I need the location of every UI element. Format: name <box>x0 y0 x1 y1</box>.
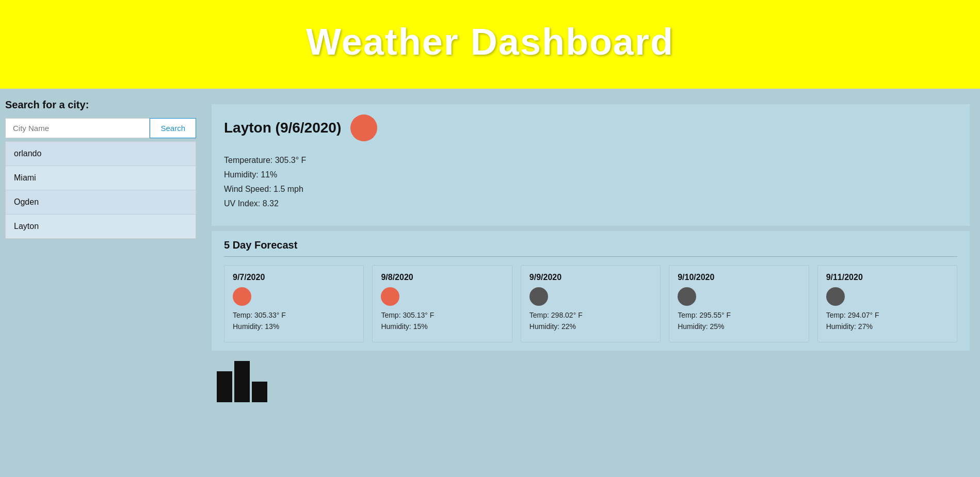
chart-bar <box>252 382 267 402</box>
forecast-temp: Temp: 305.33° F <box>233 311 355 319</box>
search-input[interactable] <box>5 118 150 138</box>
page-title: Weather Dashboard <box>0 21 980 63</box>
forecast-temp: Temp: 305.13° F <box>381 311 503 319</box>
forecast-weather-icon <box>826 287 845 306</box>
chart-bar <box>234 361 250 402</box>
forecast-weather-icon <box>678 287 696 306</box>
forecast-temp: Temp: 294.07° F <box>826 311 949 319</box>
forecast-humidity: Humidity: 15% <box>381 322 503 331</box>
forecast-card: 9/9/2020 Temp: 298.02° F Humidity: 22% <box>521 265 661 342</box>
forecast-date: 9/11/2020 <box>826 273 949 282</box>
forecast-temp: Temp: 295.55° F <box>678 311 800 319</box>
forecast-humidity: Humidity: 22% <box>529 322 652 331</box>
main-container: Search for a city: Search orlandoMiamiOg… <box>0 89 980 470</box>
current-wind-speed: Wind Speed: 1.5 mph <box>224 185 957 194</box>
forecast-card: 9/11/2020 Temp: 294.07° F Humidity: 27% <box>817 265 957 342</box>
city-list-item[interactable]: Ogden <box>6 190 196 215</box>
forecast-weather-icon <box>233 287 251 306</box>
forecast-cards: 9/7/2020 Temp: 305.33° F Humidity: 13% 9… <box>224 265 957 342</box>
city-list: orlandoMiamiOgdenLayton <box>5 141 196 239</box>
forecast-date: 9/9/2020 <box>529 273 652 282</box>
forecast-date: 9/10/2020 <box>678 273 800 282</box>
forecast-date: 9/8/2020 <box>381 273 503 282</box>
current-humidity: Humidity: 11% <box>224 170 957 179</box>
forecast-title: 5 Day Forecast <box>224 239 957 257</box>
forecast-card: 9/7/2020 Temp: 305.33° F Humidity: 13% <box>224 265 364 342</box>
chart-area <box>212 361 970 402</box>
forecast-humidity: Humidity: 27% <box>826 322 949 331</box>
current-uv-index: UV Index: 8.32 <box>224 199 957 208</box>
forecast-card: 9/10/2020 Temp: 295.55° F Humidity: 25% <box>669 265 809 342</box>
current-city-date: Layton (9/6/2020) <box>224 120 341 136</box>
current-weather-header: Layton (9/6/2020) <box>224 114 957 141</box>
current-weather-icon <box>350 114 377 141</box>
forecast-card: 9/8/2020 Temp: 305.13° F Humidity: 15% <box>372 265 512 342</box>
forecast-weather-icon <box>381 287 399 306</box>
content-area: Layton (9/6/2020) Temperature: 305.3° F … <box>201 99 980 470</box>
forecast-temp: Temp: 298.02° F <box>529 311 652 319</box>
forecast-humidity: Humidity: 13% <box>233 322 355 331</box>
search-row: Search <box>5 118 196 138</box>
forecast-weather-icon <box>529 287 548 306</box>
sidebar: Search for a city: Search orlandoMiamiOg… <box>0 99 201 470</box>
forecast-humidity: Humidity: 25% <box>678 322 800 331</box>
current-weather-card: Layton (9/6/2020) Temperature: 305.3° F … <box>212 104 970 226</box>
chart-bar <box>217 371 232 402</box>
city-list-item[interactable]: orlando <box>6 142 196 166</box>
city-list-item[interactable]: Miami <box>6 166 196 190</box>
forecast-date: 9/7/2020 <box>233 273 355 282</box>
city-list-item[interactable]: Layton <box>6 215 196 238</box>
forecast-section: 5 Day Forecast 9/7/2020 Temp: 305.33° F … <box>212 231 970 351</box>
search-button[interactable]: Search <box>150 118 196 138</box>
current-temperature: Temperature: 305.3° F <box>224 156 957 165</box>
header: Weather Dashboard <box>0 0 980 89</box>
sidebar-title: Search for a city: <box>5 99 196 111</box>
